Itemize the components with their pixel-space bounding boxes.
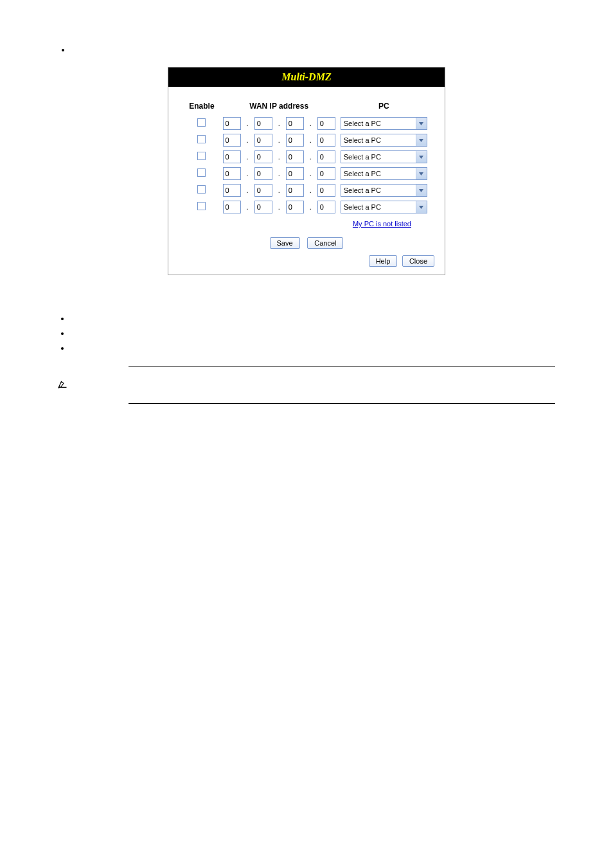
ip-octet-1[interactable] xyxy=(223,150,241,163)
table-row: . . . Select a PC xyxy=(184,183,429,198)
pc-select-value: Select a PC xyxy=(344,170,381,177)
ip-octet-2[interactable] xyxy=(254,184,272,197)
ip-dot: . xyxy=(309,186,312,194)
ip-octet-2[interactable] xyxy=(254,201,272,213)
ip-dot: . xyxy=(278,153,281,161)
divider xyxy=(129,403,555,404)
bullet-item xyxy=(71,329,555,338)
help-close-row: Help Close xyxy=(175,255,434,267)
table-header-row: Enable WAN IP address PC xyxy=(184,100,429,114)
col-pc: PC xyxy=(339,100,429,114)
ip-dot: . xyxy=(278,186,281,194)
chevron-down-icon xyxy=(416,185,427,196)
enable-checkbox[interactable] xyxy=(197,135,206,143)
my-pc-not-listed-link[interactable]: My PC is not listed xyxy=(353,220,411,228)
pc-select-value: Select a PC xyxy=(344,203,381,211)
ip-dot: . xyxy=(246,120,249,127)
ip-octet-4[interactable] xyxy=(317,184,335,197)
ip-octet-3[interactable] xyxy=(286,134,304,147)
ip-dot: . xyxy=(246,203,249,211)
pc-select-value: Select a PC xyxy=(344,136,381,144)
save-cancel-row: Save Cancel xyxy=(175,237,438,249)
ip-octet-3[interactable] xyxy=(286,167,304,180)
cancel-button[interactable]: Cancel xyxy=(307,237,343,249)
save-button[interactable]: Save xyxy=(270,237,300,249)
ip-dot: . xyxy=(309,120,312,127)
ip-octet-2[interactable] xyxy=(254,134,272,147)
pc-select[interactable]: Select a PC xyxy=(341,134,427,147)
ip-octet-3[interactable] xyxy=(286,201,304,213)
enable-checkbox[interactable] xyxy=(197,185,206,194)
ip-octet-4[interactable] xyxy=(317,117,335,130)
pc-select-value: Select a PC xyxy=(344,186,381,194)
ip-octet-2[interactable] xyxy=(254,150,272,163)
enable-checkbox[interactable] xyxy=(197,152,206,160)
chevron-down-icon xyxy=(416,134,427,146)
ip-octet-1[interactable] xyxy=(223,201,241,213)
ip-octet-1[interactable] xyxy=(223,134,241,147)
pen-icon xyxy=(58,379,69,390)
dmz-table: Enable WAN IP address PC . . . Select a … xyxy=(182,98,431,216)
ip-dot: . xyxy=(246,153,249,161)
dialog-title: Multi-DMZ xyxy=(168,68,445,87)
ip-octet-1[interactable] xyxy=(223,117,241,130)
ip-octet-4[interactable] xyxy=(317,150,335,163)
ip-dot: . xyxy=(309,170,312,177)
chevron-down-icon xyxy=(416,118,427,129)
table-row: . . . Select a PC xyxy=(184,166,429,181)
pc-select[interactable]: Select a PC xyxy=(341,117,427,130)
pc-select[interactable]: Select a PC xyxy=(341,201,427,213)
divider xyxy=(129,366,555,366)
ip-octet-4[interactable] xyxy=(317,201,335,213)
ip-octet-3[interactable] xyxy=(286,184,304,197)
multi-dmz-dialog: Multi-DMZ Enable WAN IP address PC . . .… xyxy=(168,67,445,275)
chevron-down-icon xyxy=(416,201,427,213)
ip-dot: . xyxy=(246,170,249,177)
pc-select-value: Select a PC xyxy=(344,120,381,127)
enable-checkbox[interactable] xyxy=(197,168,206,177)
note-row xyxy=(58,379,555,390)
chevron-down-icon xyxy=(416,151,427,163)
enable-checkbox[interactable] xyxy=(197,118,206,127)
ip-octet-3[interactable] xyxy=(286,150,304,163)
bullet-item xyxy=(71,314,555,323)
ip-dot: . xyxy=(278,136,281,144)
table-row: . . . Select a PC xyxy=(184,149,429,165)
pc-select[interactable]: Select a PC xyxy=(341,150,427,163)
ip-octet-4[interactable] xyxy=(317,134,335,147)
ip-octet-2[interactable] xyxy=(254,167,272,180)
close-button[interactable]: Close xyxy=(402,255,434,267)
ip-octet-3[interactable] xyxy=(286,117,304,130)
table-row: . . . Select a PC xyxy=(184,116,429,131)
pc-select[interactable]: Select a PC xyxy=(341,184,427,197)
pc-select[interactable]: Select a PC xyxy=(341,167,427,180)
pc-select-value: Select a PC xyxy=(344,153,381,161)
col-enable: Enable xyxy=(184,100,219,114)
help-button[interactable]: Help xyxy=(369,255,398,267)
bullet-item xyxy=(71,45,555,54)
ip-octet-4[interactable] xyxy=(317,167,335,180)
ip-dot: . xyxy=(309,203,312,211)
ip-dot: . xyxy=(278,203,281,211)
ip-dot: . xyxy=(246,136,249,144)
ip-dot: . xyxy=(309,136,312,144)
ip-octet-1[interactable] xyxy=(223,167,241,180)
enable-checkbox[interactable] xyxy=(197,202,206,210)
lower-bullet-list xyxy=(71,314,555,353)
ip-dot: . xyxy=(309,153,312,161)
ip-dot: . xyxy=(278,170,281,177)
col-wan-ip: WAN IP address xyxy=(221,100,337,114)
ip-dot: . xyxy=(246,186,249,194)
ip-octet-1[interactable] xyxy=(223,184,241,197)
upper-bullet-list xyxy=(71,45,555,54)
bullet-item xyxy=(71,343,555,353)
chevron-down-icon xyxy=(416,168,427,179)
dialog-body: Enable WAN IP address PC . . . Select a … xyxy=(168,87,445,275)
table-row: . . . Select a PC xyxy=(184,132,429,148)
table-row: . . . Select a PC xyxy=(184,199,429,215)
ip-octet-2[interactable] xyxy=(254,117,272,130)
not-listed-row: My PC is not listed xyxy=(175,219,438,228)
ip-dot: . xyxy=(278,120,281,127)
